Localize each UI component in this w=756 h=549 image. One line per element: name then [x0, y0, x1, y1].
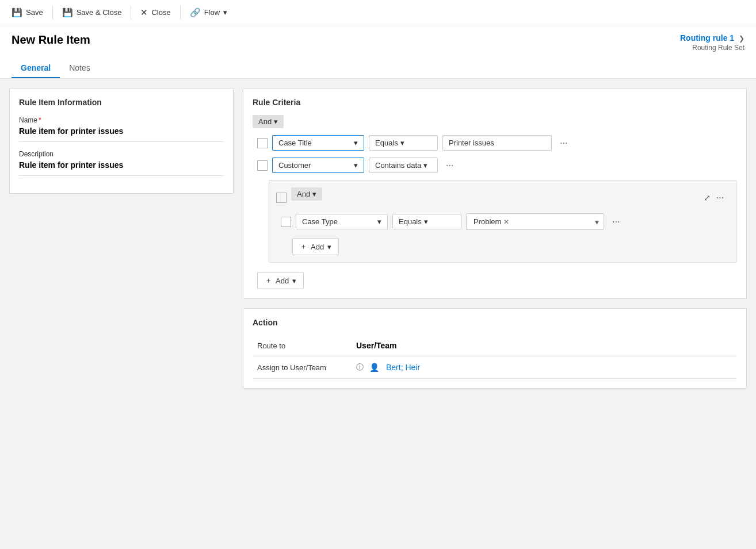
and-chevron-icon: ▾ — [274, 117, 278, 126]
nested-group-header: And ▾ ⤢ ··· — [276, 187, 727, 208]
name-label: Name* — [19, 116, 224, 124]
routing-link-container: Routing rule 1 ❯ Routing Rule Set — [680, 33, 744, 52]
equals-chevron-icon-2: ▾ — [424, 217, 428, 226]
nested-and-button[interactable]: And ▾ — [291, 187, 322, 201]
main-content: Rule Item Information Name* Rule item fo… — [0, 79, 756, 531]
info-icon: ⓘ — [356, 362, 364, 373]
case-type-field-select[interactable]: Case Type ▾ — [296, 214, 388, 229]
save-close-label: Save & Close — [77, 8, 122, 17]
rule-item-info-title: Rule Item Information — [19, 98, 224, 107]
routing-chevron-icon: ❯ — [739, 34, 744, 43]
contains-data-chevron-icon: ▾ — [423, 161, 427, 170]
separator-1 — [52, 6, 53, 20]
assign-value-link[interactable]: Bert; Heir — [386, 363, 420, 372]
required-mark: * — [39, 116, 41, 124]
assign-label: Assign to User/Team — [253, 363, 356, 372]
save-button[interactable]: 💾 Save — [7, 5, 48, 20]
flow-button[interactable]: 🔗 Flow ▾ — [185, 5, 232, 20]
row1-checkbox[interactable] — [257, 138, 268, 148]
inner-add-plus-icon: ＋ — [300, 241, 307, 252]
nested-and-label: And — [297, 190, 310, 198]
nested-group-checkbox[interactable] — [276, 193, 287, 203]
nested-row-more-button[interactable]: ··· — [609, 216, 623, 228]
case-type-chevron-icon: ▾ — [377, 217, 381, 226]
action-title: Action — [253, 318, 737, 327]
customer-chevron-icon: ▾ — [354, 161, 358, 170]
and-button[interactable]: And ▾ — [253, 115, 284, 128]
close-label: Close — [151, 8, 170, 17]
inner-add-chevron-icon: ▾ — [327, 243, 331, 251]
row2-more-button[interactable]: ··· — [442, 159, 457, 172]
nested-row-case-type: Case Type ▾ Equals ▾ Problem ✕ ▾ — [276, 213, 727, 230]
contains-data-label: Contains data — [375, 161, 421, 170]
case-title-chevron-icon: ▾ — [354, 139, 358, 147]
equals-label-2: Equals — [399, 217, 422, 226]
case-title-field-select[interactable]: Case Title ▾ — [272, 135, 364, 151]
equals-label-1: Equals — [375, 139, 398, 147]
problem-tag: Problem ✕ — [471, 216, 511, 227]
outer-add-label: Add — [276, 277, 289, 285]
criteria-row-customer: Customer ▾ Contains data ▾ ··· — [253, 158, 737, 173]
left-panel: Rule Item Information Name* Rule item fo… — [9, 88, 234, 194]
rule-criteria-title: Rule Criteria — [253, 98, 737, 107]
separator-2 — [131, 6, 131, 20]
outer-add-button[interactable]: ＋ Add ▾ — [257, 272, 304, 289]
route-to-label: Route to — [253, 341, 356, 350]
rule-criteria-card: Rule Criteria And ▾ Case Title ▾ Equals … — [243, 88, 747, 299]
inner-add-label: Add — [311, 243, 324, 251]
flow-chevron-icon: ▾ — [223, 8, 227, 17]
nested-group: And ▾ ⤢ ··· Case Type ▾ — [269, 180, 737, 263]
row2-checkbox[interactable] — [257, 160, 268, 171]
description-value: Rule item for printer issues — [19, 160, 224, 176]
tab-notes[interactable]: Notes — [60, 59, 100, 78]
routing-rule-link[interactable]: Routing rule 1 — [680, 33, 734, 43]
inner-add-button[interactable]: ＋ Add ▾ — [292, 238, 339, 255]
flow-label: Flow — [204, 8, 220, 17]
case-title-value-input[interactable] — [442, 135, 552, 151]
save-close-button[interactable]: 💾 Save & Close — [58, 5, 127, 20]
routing-rule-sub: Routing Rule Set — [680, 44, 744, 52]
case-type-value-input[interactable]: Problem ✕ ▾ — [466, 213, 604, 230]
case-type-label: Case Type — [302, 217, 338, 226]
problem-tag-remove[interactable]: ✕ — [503, 218, 509, 226]
case-title-label: Case Title — [278, 139, 312, 147]
tag-dropdown-icon[interactable]: ▾ — [595, 217, 599, 226]
tabs: General Notes — [12, 59, 744, 78]
criteria-row-case-title: Case Title ▾ Equals ▾ ··· — [253, 135, 737, 151]
and-label: And — [258, 117, 272, 126]
outer-add-plus-icon: ＋ — [265, 275, 272, 286]
save-icon: 💾 — [12, 7, 22, 18]
customer-operator-select[interactable]: Contains data ▾ — [369, 158, 438, 173]
page-header: New Rule Item Routing rule 1 ❯ Routing R… — [0, 25, 756, 79]
problem-tag-label: Problem — [474, 217, 501, 226]
route-to-row: Route to User/Team — [253, 335, 737, 356]
user-icon: 👤 — [369, 363, 379, 372]
nested-row-checkbox[interactable] — [281, 217, 291, 227]
flow-icon: 🔗 — [190, 7, 201, 18]
separator-3 — [180, 6, 181, 20]
customer-label: Customer — [278, 161, 311, 170]
case-title-operator-select[interactable]: Equals ▾ — [369, 135, 438, 151]
row1-more-button[interactable]: ··· — [556, 137, 571, 149]
close-icon: ✕ — [140, 7, 148, 18]
name-value: Rule item for printer issues — [19, 126, 224, 142]
collapse-icon[interactable]: ⤢ — [704, 193, 711, 202]
outer-add-chevron-icon: ▾ — [292, 277, 296, 285]
action-card: Action Route to User/Team Assign to User… — [243, 308, 747, 389]
save-close-icon: 💾 — [62, 7, 73, 18]
case-type-operator-select[interactable]: Equals ▾ — [392, 214, 461, 229]
toolbar: 💾 Save 💾 Save & Close ✕ Close 🔗 Flow ▾ — [0, 0, 756, 25]
customer-field-select[interactable]: Customer ▾ — [272, 158, 364, 173]
nested-and-chevron-icon: ▾ — [312, 190, 316, 198]
equals-chevron-icon-1: ▾ — [400, 139, 404, 147]
description-label: Description — [19, 150, 224, 158]
nested-group-actions: ⤢ ··· — [704, 191, 727, 204]
right-panel: Rule Criteria And ▾ Case Title ▾ Equals … — [243, 88, 747, 522]
assign-row: Assign to User/Team ⓘ 👤 Bert; Heir — [253, 356, 737, 379]
close-button[interactable]: ✕ Close — [136, 5, 175, 20]
page-title: New Rule Item — [12, 33, 90, 47]
nested-group-more-button[interactable]: ··· — [713, 191, 727, 204]
save-label: Save — [26, 8, 43, 17]
route-to-value: User/Team — [356, 341, 397, 350]
tab-general[interactable]: General — [12, 59, 60, 78]
